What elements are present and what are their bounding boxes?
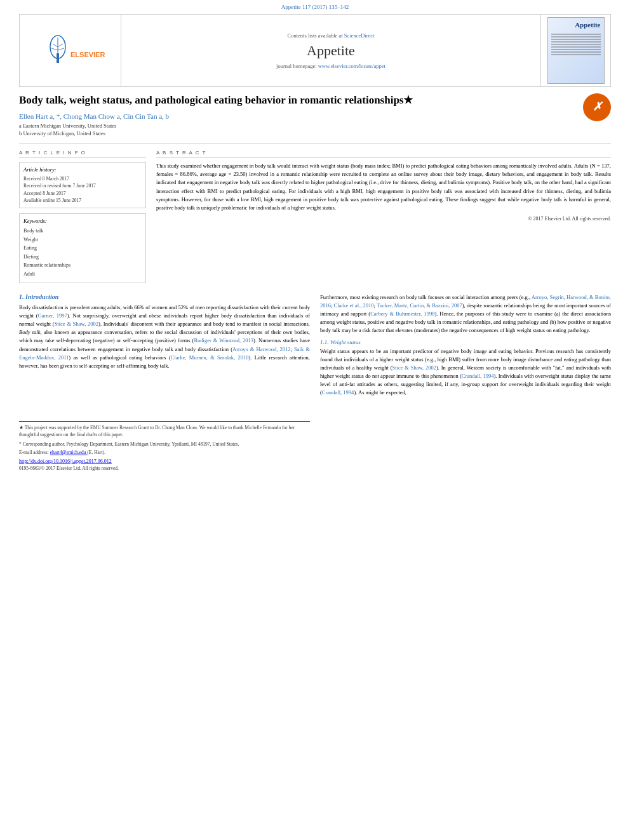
keywords-box: Keywords: Body talk Weight Eating Dietin… [19,213,146,283]
journal-center-info: Contents lists available at ScienceDirec… [121,15,540,86]
homepage-link[interactable]: www.elsevier.com/locate/appet [318,63,385,69]
footnote-star: ★ This project was supported by the EMU … [19,424,310,439]
appetite-thumbnail: Appetite [547,17,605,84]
ref-garner-1997[interactable]: Garner, 1997 [38,312,67,319]
right-paragraph-1: Furthermore, most existing research on b… [320,293,611,335]
issn-line: 0195-6663/© 2017 Elsevier Ltd. All right… [19,465,310,471]
elsevier-logo-area: ELSEVIER [20,15,121,86]
authors-line: Ellen Hart a, *, Chong Man Chow a, Cin C… [19,112,611,120]
journal-reference: Appetite 117 (2017) 135–142 [281,4,349,10]
article-title: Body talk, weight status, and pathologic… [19,93,611,107]
contents-line: Contents lists available at ScienceDirec… [288,32,375,39]
doi-line: http://dx.doi.org/10.1016/j.appet.2017.0… [19,458,310,464]
introduction-paragraph-1: Body dissatisfaction is prevalent among … [19,303,310,370]
received-date: Received 8 March 2017 [23,175,142,182]
ref-crandall-1994[interactable]: Crandall, 1994 [462,373,494,379]
thumb-content [551,34,601,57]
journal-header: ELSEVIER Contents lists available at Sci… [19,14,611,87]
introduction-title: 1. Introduction [19,293,310,300]
ref-stice-shaw-2002-b[interactable]: Stice & Shaw, 2002 [392,364,436,371]
ref-clarke-2010[interactable]: Clarke et al., 2010 [334,302,374,309]
subsection-weight-status: 1.1. Weight status [320,339,611,345]
abstract-column: A B S T R A C T This study examined whet… [156,150,611,283]
author-email-link[interactable]: ehart4@emich.edu [50,450,88,455]
journal-title-display: Appetite [307,43,355,59]
sciencedirect-link[interactable]: ScienceDirect [344,32,375,39]
footnote-email: E-mail address: ehart4@emich.edu (E. Har… [19,449,310,456]
ref-crandall-1994-b[interactable]: Crandall, 1994 [322,389,354,396]
ref-rudiger-winstead-2013[interactable]: Rudiger & Winstead, 2013 [194,337,253,343]
ref-arroyo-harwood-2012[interactable]: Arroyo & Harwood, 2012 [232,346,290,352]
accepted-date: Accepted 8 June 2017 [23,190,142,197]
keyword-romantic-relationships: Romantic relationships [23,261,142,270]
article-info-column: A R T I C L E I N F O Article history: R… [19,150,146,283]
homepage-line: journal homepage: www.elsevier.com/locat… [276,63,385,69]
elsevier-logo-icon: ELSEVIER [36,33,105,68]
ref-carbery-buhrmester-1998[interactable]: Carbery & Buhrmester, 1998 [370,310,434,317]
weight-status-paragraph: Weight status appears to be an important… [320,347,611,397]
keyword-adult: Adult [23,270,142,279]
top-bar: Appetite 117 (2017) 135–142 [0,0,630,11]
abstract-header: A B S T R A C T [156,150,611,158]
available-online-date: Available online 15 June 2017 [23,197,142,204]
footnote-corresponding: * Corresponding author. Psychology Depar… [19,441,310,448]
svg-text:ELSEVIER: ELSEVIER [70,51,105,58]
history-title: Article history: [23,166,142,173]
article-history-box: Article history: Received 8 March 2017 R… [19,162,146,208]
ref-stice-shaw-2002[interactable]: Stice & Shaw, 2002 [55,321,98,327]
keyword-weight: Weight [23,236,142,244]
keyword-body-talk: Body talk [23,227,142,236]
keyword-eating: Eating [23,244,142,253]
divider-1 [19,143,611,143]
affiliation-b: b University of Michigan, United States [19,130,611,137]
thumb-title: Appetite [575,21,600,29]
article-info-header: A R T I C L E I N F O [19,150,146,158]
crossmark-badge: ✗ [583,93,611,121]
appetite-thumbnail-area: Appetite [540,15,610,86]
keyword-dieting: Dieting [23,253,142,262]
body-two-columns: 1. Introduction Body dissatisfaction is … [19,293,611,471]
received-revised-date: Received in revised form 7 June 2017 [23,182,142,189]
copyright-notice: © 2017 Elsevier Ltd. All rights reserved… [156,216,611,222]
abstract-text: This study examined whether engagement i… [156,162,611,212]
left-body-column: 1. Introduction Body dissatisfaction is … [19,293,310,471]
footnote-area: ★ This project was supported by the EMU … [19,421,310,471]
ref-clarke-murnen-smolak-2010[interactable]: Clarke, Murnen, & Smolak, 2010 [171,354,249,361]
affiliation-a: a Eastern Michigan University, United St… [19,123,611,129]
article-info-abstract: A R T I C L E I N F O Article history: R… [19,150,611,283]
ref-tucker-2007[interactable]: Tucker, Martz, Curtin, & Bazzini, 2007 [377,302,462,309]
doi-link[interactable]: http://dx.doi.org/10.1016/j.appet.2017.0… [19,458,112,464]
keywords-title: Keywords: [23,218,142,224]
right-body-column: Furthermore, most existing research on b… [320,293,611,471]
main-content: Body talk, weight status, and pathologic… [19,87,611,471]
